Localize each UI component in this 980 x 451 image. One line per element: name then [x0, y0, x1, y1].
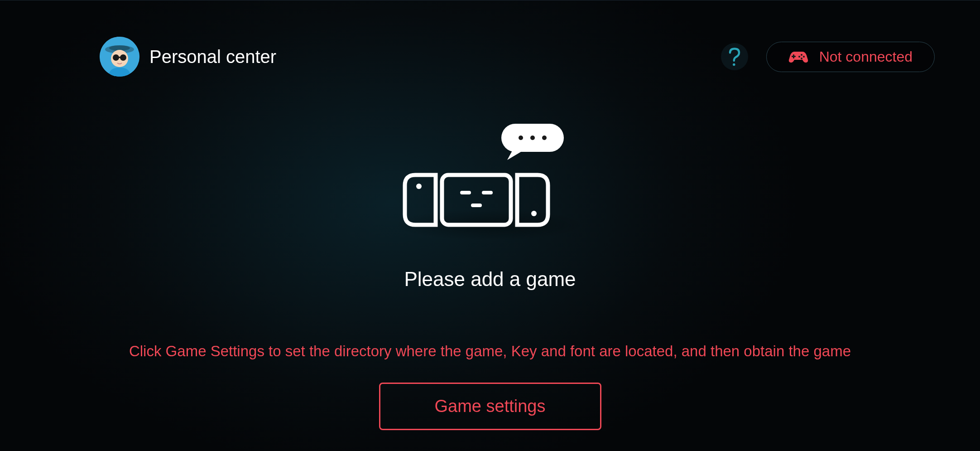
- connection-status-button[interactable]: Not connected: [766, 42, 935, 72]
- svg-point-5: [120, 54, 126, 61]
- console-icon: [395, 123, 585, 245]
- help-button[interactable]: [721, 43, 748, 70]
- gamepad-icon: [788, 49, 808, 64]
- svg-rect-9: [792, 56, 796, 57]
- svg-point-16: [530, 136, 535, 140]
- svg-rect-21: [482, 191, 493, 194]
- svg-point-18: [416, 184, 422, 189]
- prompt-title: Please add a game: [404, 268, 576, 291]
- svg-point-13: [798, 56, 800, 58]
- svg-point-12: [801, 58, 802, 59]
- game-settings-button[interactable]: Game settings: [379, 383, 601, 430]
- svg-rect-20: [460, 191, 471, 194]
- svg-rect-22: [471, 204, 482, 207]
- avatar[interactable]: [100, 37, 139, 77]
- svg-point-23: [531, 211, 537, 216]
- page-title: Personal center: [149, 47, 276, 67]
- avatar-icon: [100, 37, 139, 77]
- header-left: Personal center: [100, 37, 276, 77]
- svg-point-15: [519, 136, 523, 140]
- instruction-text: Click Game Settings to set the directory…: [111, 343, 869, 360]
- header-right: Not connected: [721, 42, 935, 72]
- header: Personal center Not conn: [0, 37, 980, 77]
- svg-rect-6: [118, 57, 121, 58]
- help-icon: [728, 47, 741, 66]
- svg-point-17: [542, 136, 547, 140]
- main-content: Please add a game Click Game Settings to…: [0, 123, 980, 430]
- svg-point-10: [801, 54, 802, 56]
- svg-point-11: [803, 56, 805, 58]
- svg-point-7: [733, 63, 735, 66]
- connection-status-text: Not connected: [819, 48, 913, 65]
- svg-point-4: [113, 54, 119, 61]
- svg-rect-19: [442, 175, 511, 225]
- device-illustration: [395, 123, 585, 245]
